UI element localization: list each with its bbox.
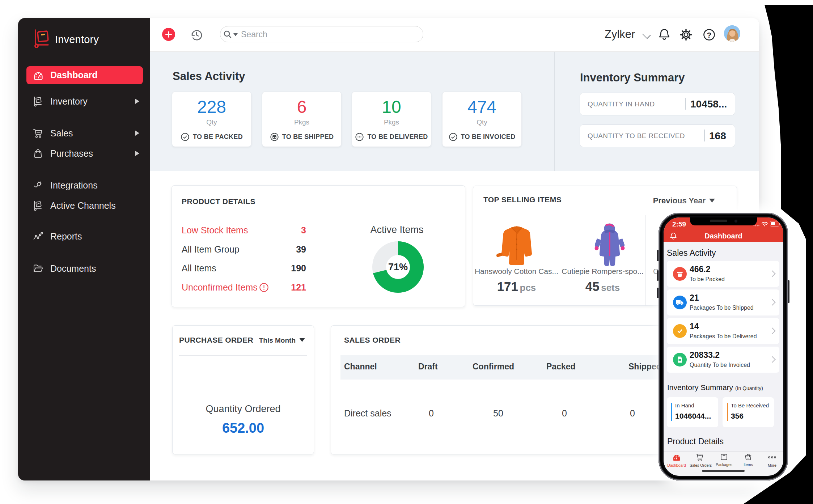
svg-text:?: ? (707, 31, 712, 39)
svg-text:71%: 71% (388, 262, 408, 272)
